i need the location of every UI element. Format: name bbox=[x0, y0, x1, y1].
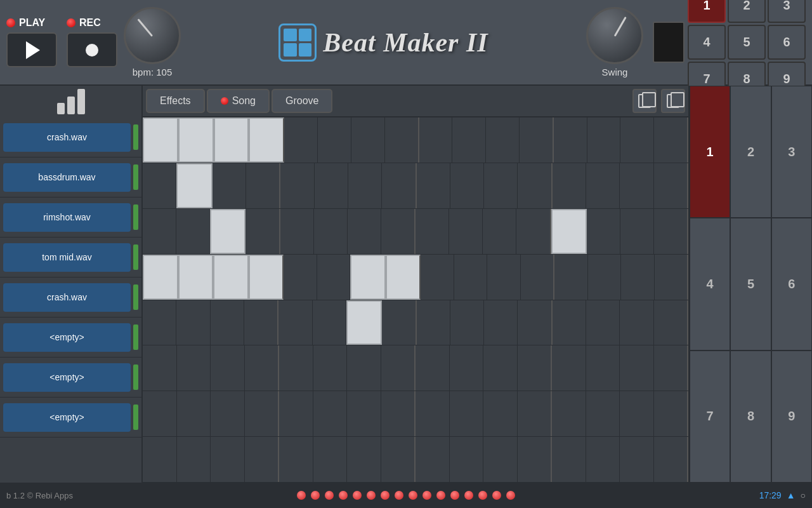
beat-cell-7-7[interactable] bbox=[381, 437, 416, 482]
right-btn-3[interactable]: 3 bbox=[771, 86, 812, 218]
beat-cell-6-5[interactable] bbox=[313, 391, 348, 436]
beat-cell-1-3[interactable] bbox=[246, 163, 280, 208]
beat-cell-6-3[interactable] bbox=[245, 391, 280, 436]
beat-cell-1-4[interactable] bbox=[280, 163, 314, 208]
beat-cell-0-11[interactable] bbox=[520, 117, 554, 163]
beat-cell-4-3[interactable] bbox=[244, 300, 278, 345]
beat-dot-9[interactable] bbox=[422, 491, 431, 500]
beat-cell-6-0[interactable] bbox=[143, 391, 177, 436]
beat-cell-7-12[interactable] bbox=[552, 437, 586, 482]
beat-cell-0-13[interactable] bbox=[587, 117, 621, 163]
beat-dot-8[interactable] bbox=[409, 491, 417, 500]
beat-cell-0-12[interactable] bbox=[554, 117, 587, 163]
track-name-7[interactable]: <empty> bbox=[3, 403, 131, 432]
beat-cell-2-5[interactable] bbox=[314, 209, 348, 254]
right-btn-5[interactable]: 5 bbox=[730, 218, 771, 350]
pattern-btn-5[interactable]: 5 bbox=[728, 25, 766, 60]
beat-cell-2-14[interactable] bbox=[620, 209, 654, 254]
beat-cell-0-3[interactable] bbox=[249, 117, 284, 163]
beat-cell-0-1[interactable] bbox=[178, 117, 214, 163]
beat-cell-0-4[interactable] bbox=[284, 117, 318, 163]
beat-cell-3-0[interactable] bbox=[143, 255, 178, 300]
beat-cell-5-0[interactable] bbox=[143, 345, 177, 391]
tab-effects[interactable]: Effects bbox=[146, 89, 205, 113]
beat-cell-5-4[interactable] bbox=[279, 345, 313, 391]
beat-cell-1-14[interactable] bbox=[620, 163, 653, 208]
beat-dot-14[interactable] bbox=[492, 491, 501, 500]
track-name-5[interactable]: <empty> bbox=[3, 323, 131, 352]
beat-cell-2-7[interactable] bbox=[381, 209, 416, 254]
beat-cell-7-3[interactable] bbox=[245, 437, 280, 482]
beat-cell-7-1[interactable] bbox=[177, 437, 211, 482]
beat-cell-0-5[interactable] bbox=[318, 117, 351, 163]
beat-cell-3-12[interactable] bbox=[554, 255, 588, 300]
beat-cell-7-14[interactable] bbox=[620, 437, 654, 482]
beat-dot-10[interactable] bbox=[436, 491, 445, 500]
beat-cell-7-15[interactable] bbox=[654, 437, 689, 482]
beat-cell-5-7[interactable] bbox=[381, 345, 416, 391]
beat-cell-4-10[interactable] bbox=[484, 300, 518, 345]
beat-cell-2-15[interactable] bbox=[654, 209, 688, 254]
right-btn-4[interactable]: 4 bbox=[690, 218, 730, 350]
beat-cell-1-10[interactable] bbox=[484, 163, 518, 208]
beat-cell-4-15[interactable] bbox=[654, 300, 688, 345]
beat-cell-6-12[interactable] bbox=[552, 391, 586, 436]
pattern-btn-2[interactable]: 2 bbox=[728, 0, 766, 23]
beat-cell-1-7[interactable] bbox=[382, 163, 416, 208]
beat-cell-3-9[interactable] bbox=[454, 255, 488, 300]
beat-cell-4-13[interactable] bbox=[586, 300, 620, 345]
beat-dot-4[interactable] bbox=[353, 491, 362, 500]
beat-cell-1-6[interactable] bbox=[348, 163, 382, 208]
beat-cell-7-5[interactable] bbox=[313, 437, 348, 482]
beat-cell-3-1[interactable] bbox=[178, 255, 214, 300]
pattern-btn-4[interactable]: 4 bbox=[688, 25, 726, 60]
copy-button-2[interactable] bbox=[661, 89, 685, 113]
beat-cell-1-9[interactable] bbox=[450, 163, 484, 208]
beat-cell-6-7[interactable] bbox=[381, 391, 416, 436]
beat-cell-3-11[interactable] bbox=[521, 255, 555, 300]
beat-cell-0-15[interactable] bbox=[654, 117, 688, 163]
beat-dot-2[interactable] bbox=[325, 491, 334, 500]
beat-cell-1-11[interactable] bbox=[518, 163, 552, 208]
beat-cell-7-6[interactable] bbox=[347, 437, 381, 482]
bpm-knob[interactable] bbox=[124, 7, 181, 64]
track-name-0[interactable]: crash.wav bbox=[3, 123, 131, 152]
beat-cell-4-1[interactable] bbox=[176, 300, 210, 345]
beat-cell-1-13[interactable] bbox=[586, 163, 620, 208]
beat-cell-1-1[interactable] bbox=[176, 163, 212, 208]
beat-dot-11[interactable] bbox=[450, 491, 459, 500]
beat-dot-15[interactable] bbox=[506, 491, 515, 500]
beat-cell-7-9[interactable] bbox=[450, 437, 484, 482]
beat-cell-5-6[interactable] bbox=[347, 345, 381, 391]
beat-cell-3-2[interactable] bbox=[213, 255, 249, 300]
beat-cell-7-2[interactable] bbox=[211, 437, 245, 482]
beat-cell-4-7[interactable] bbox=[382, 300, 416, 345]
beat-cell-2-0[interactable] bbox=[143, 209, 176, 254]
pattern-btn-3[interactable]: 3 bbox=[768, 0, 806, 23]
copy-button-1[interactable] bbox=[632, 89, 657, 113]
beat-cell-3-10[interactable] bbox=[487, 255, 521, 300]
beat-cell-6-11[interactable] bbox=[518, 391, 553, 436]
beat-cell-3-15[interactable] bbox=[655, 255, 689, 300]
beat-cell-2-3[interactable] bbox=[246, 209, 280, 254]
beat-cell-1-5[interactable] bbox=[315, 163, 348, 208]
beat-cell-1-8[interactable] bbox=[417, 163, 450, 208]
beat-cell-6-13[interactable] bbox=[586, 391, 620, 436]
beat-cell-5-3[interactable] bbox=[245, 345, 280, 391]
right-btn-2[interactable]: 2 bbox=[730, 86, 771, 218]
right-btn-6[interactable]: 6 bbox=[771, 218, 812, 350]
beat-cell-4-5[interactable] bbox=[313, 300, 346, 345]
beat-cell-2-11[interactable] bbox=[516, 209, 551, 254]
beat-cell-3-13[interactable] bbox=[588, 255, 622, 300]
beat-cell-3-7[interactable] bbox=[386, 255, 421, 300]
tab-groove[interactable]: Groove bbox=[272, 89, 332, 113]
beat-cell-0-2[interactable] bbox=[214, 117, 249, 163]
beat-cell-4-4[interactable] bbox=[278, 300, 312, 345]
right-btn-9[interactable]: 9 bbox=[771, 351, 812, 483]
beat-cell-5-13[interactable] bbox=[586, 345, 620, 391]
beat-dot-12[interactable] bbox=[464, 491, 473, 500]
beat-dot-6[interactable] bbox=[381, 491, 390, 500]
beat-cell-4-0[interactable] bbox=[143, 300, 176, 345]
right-btn-1[interactable]: 1 bbox=[690, 86, 730, 218]
beat-cell-2-9[interactable] bbox=[449, 209, 483, 254]
